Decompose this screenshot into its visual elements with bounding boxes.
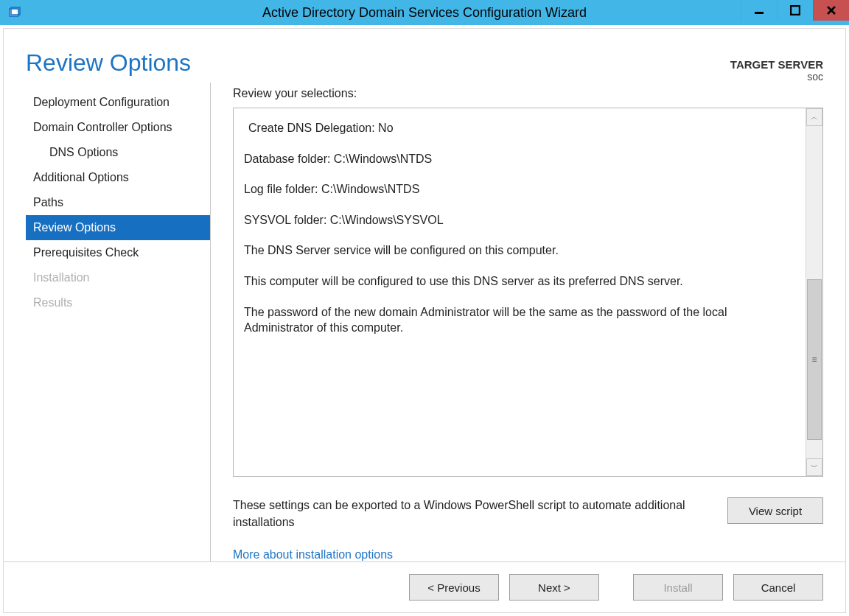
- wizard-step-review-options[interactable]: Review Options: [26, 215, 210, 240]
- wizard-step-dns-options[interactable]: DNS Options: [26, 140, 210, 165]
- wizard-step-prerequisites-check[interactable]: Prerequisites Check: [26, 240, 210, 265]
- review-line: Create DNS Delegation: No: [244, 120, 795, 136]
- scroll-thumb[interactable]: ≡: [807, 279, 822, 441]
- scroll-track[interactable]: ≡: [806, 126, 822, 458]
- next-button[interactable]: Next >: [509, 574, 599, 601]
- window-buttons: [741, 0, 849, 25]
- review-selections-box: Create DNS Delegation: NoDatabase folder…: [233, 108, 823, 477]
- content-area: Deployment ConfigurationDomain Controlle…: [4, 83, 845, 561]
- review-line: The DNS Server service will be configure…: [244, 242, 795, 259]
- scroll-down-button[interactable]: ﹀: [806, 458, 822, 476]
- main-panel: Review your selections: Create DNS Deleg…: [233, 83, 823, 561]
- svg-rect-2: [755, 12, 764, 14]
- wizard-body: Review Options TARGET SERVER soc Deploym…: [3, 28, 846, 613]
- wizard-step-installation: Installation: [26, 265, 210, 290]
- view-script-button[interactable]: View script: [727, 497, 823, 524]
- svg-rect-3: [791, 6, 800, 15]
- wizard-step-paths[interactable]: Paths: [26, 190, 210, 215]
- minimize-button[interactable]: [741, 0, 777, 21]
- target-server-block: TARGET SERVER soc: [730, 58, 823, 83]
- cancel-button[interactable]: Cancel: [733, 574, 823, 601]
- wizard-steps-sidebar: Deployment ConfigurationDomain Controlle…: [26, 83, 211, 561]
- review-line: SYSVOL folder: C:\Windows\SYSVOL: [244, 212, 795, 228]
- titlebar: Active Directory Domain Services Configu…: [0, 0, 849, 25]
- wizard-step-domain-controller-options[interactable]: Domain Controller Options: [26, 115, 210, 140]
- footer: < Previous Next > Install Cancel: [4, 561, 845, 612]
- wizard-window: Active Directory Domain Services Configu…: [0, 0, 849, 616]
- scrollbar[interactable]: ︿ ≡ ﹀: [806, 108, 822, 476]
- review-line: Database folder: C:\Windows\NTDS: [244, 151, 795, 167]
- wizard-step-additional-options[interactable]: Additional Options: [26, 165, 210, 190]
- review-heading: Review your selections:: [233, 87, 823, 100]
- close-button[interactable]: [813, 0, 849, 21]
- review-line: Log file folder: C:\Windows\NTDS: [244, 181, 795, 197]
- wizard-step-deployment-configuration[interactable]: Deployment Configuration: [26, 90, 210, 115]
- export-row: These settings can be exported to a Wind…: [233, 477, 823, 531]
- more-info-link[interactable]: More about installation options: [233, 548, 823, 561]
- review-selections-text: Create DNS Delegation: NoDatabase folder…: [234, 108, 806, 476]
- header: Review Options TARGET SERVER soc: [4, 29, 845, 83]
- install-button[interactable]: Install: [633, 574, 723, 601]
- target-server-value: soc: [730, 71, 823, 83]
- target-server-label: TARGET SERVER: [730, 58, 823, 71]
- previous-button[interactable]: < Previous: [409, 574, 499, 601]
- window-title: Active Directory Domain Services Configu…: [0, 5, 849, 21]
- wizard-step-results: Results: [26, 290, 210, 315]
- maximize-button[interactable]: [777, 0, 813, 21]
- export-hint: These settings can be exported to a Wind…: [233, 497, 727, 531]
- app-icon: [6, 4, 24, 21]
- page-title: Review Options: [26, 49, 823, 77]
- review-line: This computer will be configured to use …: [244, 273, 795, 290]
- scroll-up-button[interactable]: ︿: [806, 108, 822, 126]
- review-line: The password of the new domain Administr…: [244, 304, 795, 336]
